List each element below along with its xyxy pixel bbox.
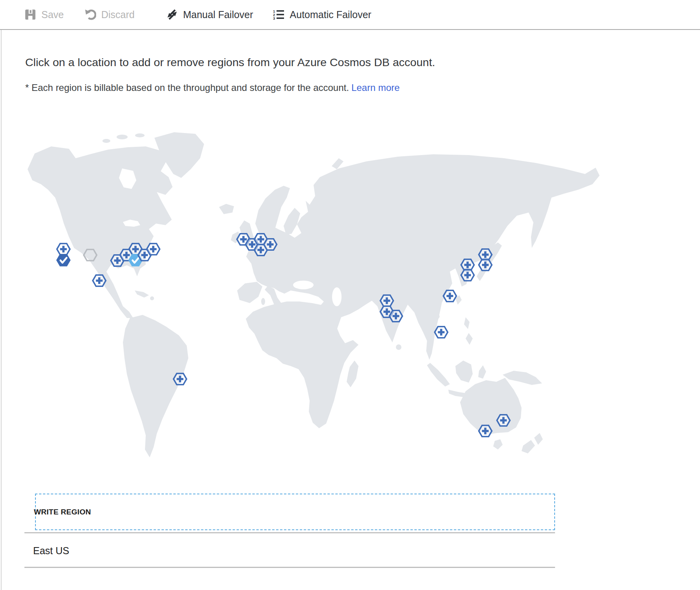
world-map	[24, 130, 603, 464]
region-hexagon-add[interactable]	[147, 244, 160, 255]
write-region-header-label: WRITE REGION	[34, 508, 91, 516]
region-hexagon-add[interactable]	[444, 290, 457, 302]
region-hexagon-add[interactable]	[93, 275, 106, 287]
numbered-list-icon: 1 2 3	[272, 9, 285, 20]
page-left-border	[1, 10, 2, 590]
region-hexagon-add[interactable]	[264, 239, 277, 250]
region-hexagon-add[interactable]	[435, 327, 448, 338]
save-icon	[24, 9, 36, 20]
region-hexagon-add[interactable]	[479, 425, 492, 437]
command-toolbar: Save Discard Manual Failover 1 2	[0, 0, 700, 30]
automatic-failover-button[interactable]: 1 2 3 Automatic Failover	[272, 9, 371, 20]
page-instruction-heading: Click on a location to add or remove reg…	[25, 56, 435, 69]
discard-label: Discard	[101, 9, 135, 20]
region-hexagon-add[interactable]	[461, 270, 474, 281]
save-label: Save	[41, 9, 64, 20]
manual-failover-label: Manual Failover	[183, 9, 253, 20]
undo-icon	[84, 9, 96, 20]
region-hexagon-add[interactable]	[381, 295, 394, 307]
svg-text:3: 3	[273, 16, 275, 20]
write-region-header-cell[interactable]: WRITE REGION	[35, 494, 555, 530]
region-hexagon-add[interactable]	[390, 311, 403, 322]
region-hexagon-add[interactable]	[174, 374, 187, 385]
discard-button[interactable]: Discard	[84, 9, 135, 20]
manual-failover-button[interactable]: Manual Failover	[166, 9, 253, 20]
region-hexagon-write[interactable]	[57, 255, 70, 266]
region-hexagon-add[interactable]	[497, 415, 510, 426]
table-row-divider	[24, 567, 555, 568]
region-hexagon-add[interactable]	[57, 244, 70, 255]
write-region-row: East US	[33, 545, 69, 557]
world-map-container	[24, 130, 603, 464]
learn-more-link[interactable]: Learn more	[351, 82, 400, 93]
swap-arrows-icon	[166, 9, 178, 20]
billing-note: * Each region is billable based on the t…	[25, 82, 400, 93]
save-button[interactable]: Save	[24, 9, 64, 20]
region-hexagon-add[interactable]	[479, 259, 492, 271]
automatic-failover-label: Automatic Failover	[290, 9, 371, 20]
billing-note-text: * Each region is billable based on the t…	[25, 82, 349, 93]
table-header-divider	[24, 532, 555, 533]
